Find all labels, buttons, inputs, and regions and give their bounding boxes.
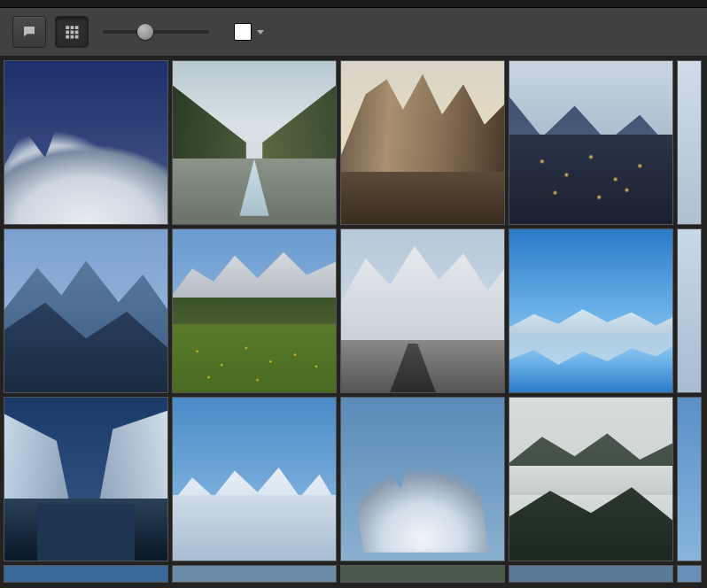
thumbnail[interactable] (509, 565, 673, 583)
thumbnail[interactable] (4, 228, 168, 393)
thumbnail[interactable] (4, 565, 168, 583)
slider-track (103, 30, 209, 34)
thumbnail-grid (0, 57, 707, 588)
thumbnail[interactable] (677, 228, 702, 393)
thumbnail[interactable] (340, 60, 505, 225)
background-swatch (234, 23, 252, 41)
slider-thumb[interactable] (137, 24, 153, 40)
thumbnail[interactable] (677, 565, 702, 583)
grid-icon (64, 24, 80, 40)
comment-view-button[interactable] (12, 16, 46, 48)
thumbnail[interactable] (340, 397, 505, 561)
comment-icon (21, 24, 37, 40)
background-color-picker[interactable] (234, 23, 264, 41)
thumbnail[interactable] (172, 228, 337, 393)
thumbnail[interactable] (677, 60, 702, 225)
thumbnail[interactable] (4, 397, 168, 561)
thumbnail[interactable] (509, 60, 673, 225)
thumbnail[interactable] (172, 397, 337, 561)
thumbnail[interactable] (340, 228, 505, 393)
thumbnail-size-slider[interactable] (103, 30, 209, 34)
thumbnail[interactable] (509, 228, 673, 393)
thumbnail[interactable] (340, 565, 505, 583)
window-top-strip (0, 0, 707, 8)
thumbnail[interactable] (509, 397, 673, 561)
thumbnail[interactable] (677, 397, 702, 561)
chevron-down-icon (257, 30, 264, 35)
thumbnail[interactable] (4, 60, 168, 225)
thumbnail[interactable] (172, 60, 337, 225)
grid-view-button[interactable] (55, 16, 89, 48)
thumbnail[interactable] (172, 565, 337, 583)
toolbar (0, 8, 707, 57)
